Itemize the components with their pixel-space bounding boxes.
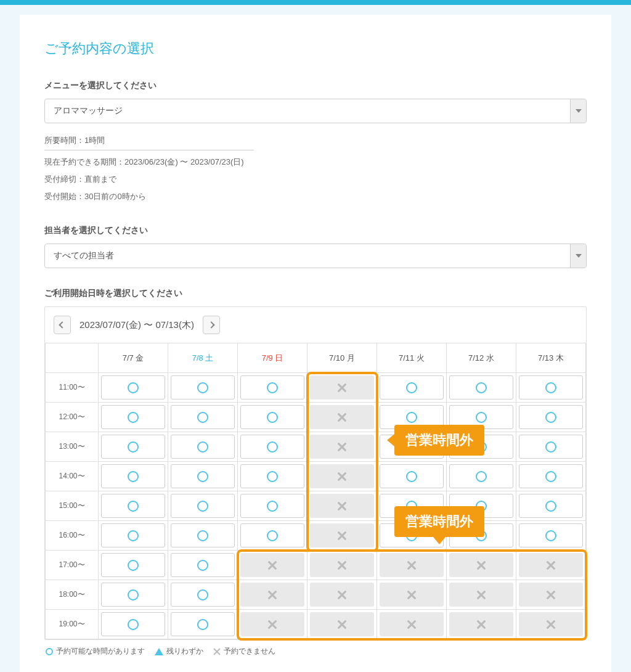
day-header: 7/9 日 (238, 343, 307, 373)
slot-available[interactable] (99, 403, 168, 432)
slot-available[interactable] (99, 491, 168, 521)
slot-available[interactable] (516, 373, 586, 403)
slot-available[interactable] (516, 403, 586, 432)
x-icon (546, 560, 556, 570)
circle-icon (476, 412, 487, 423)
slot-available[interactable] (168, 580, 238, 610)
legend: 予約可能な時間があります 残りわずか 予約できません (44, 640, 587, 657)
slot-unavailable (447, 580, 516, 610)
slot-available[interactable] (99, 610, 168, 639)
slot-available[interactable] (238, 432, 307, 462)
slot-available[interactable] (99, 462, 168, 491)
slot-available[interactable] (168, 521, 238, 551)
circle-icon (128, 560, 139, 571)
slot-available[interactable] (168, 403, 238, 432)
meta-period: 現在予約できる期間：2023/06/23(金) 〜 2023/07/23(日) (44, 154, 587, 171)
slot-available[interactable] (99, 551, 168, 580)
slot-available[interactable] (99, 432, 168, 462)
slot-unavailable (307, 580, 377, 610)
callout-column: 営業時間外 (394, 425, 484, 456)
time-row-label: 15:00〜 (46, 491, 99, 521)
time-row-label: 12:00〜 (46, 403, 99, 432)
slot-available[interactable] (238, 373, 307, 403)
meta-deadline: 受付締切：直前まで (44, 171, 587, 188)
slot-unavailable (516, 610, 586, 639)
x-icon (476, 560, 486, 570)
topbar (0, 0, 631, 5)
slot-unavailable (516, 551, 586, 580)
legend-few: 残りわずか (155, 646, 203, 657)
slot-available[interactable] (516, 462, 586, 491)
slot-available[interactable] (516, 432, 586, 462)
slot-available[interactable] (238, 491, 307, 521)
datetime-section: ご利用開始日時を選択してください 2023/07/07(金) 〜 07/13(木… (44, 288, 587, 657)
x-icon (407, 590, 417, 600)
slot-available[interactable] (238, 462, 307, 491)
chevron-right-icon (208, 321, 214, 328)
day-header: 7/13 木 (516, 343, 586, 373)
slot-unavailable (447, 551, 516, 580)
slot-unavailable (377, 551, 447, 580)
circle-icon (128, 471, 139, 482)
circle-icon (545, 501, 556, 512)
circle-icon (267, 501, 278, 512)
chevron-left-icon (59, 321, 65, 328)
day-header: 7/10 月 (307, 343, 377, 373)
next-week-button[interactable] (203, 316, 220, 334)
slot-available[interactable] (168, 491, 238, 521)
slot-unavailable (307, 551, 377, 580)
chevron-down-icon (576, 254, 582, 258)
x-icon (337, 560, 347, 570)
circle-icon (197, 412, 208, 423)
slot-available[interactable] (99, 373, 168, 403)
circle-icon (197, 501, 208, 512)
slot-available[interactable] (168, 432, 238, 462)
circle-icon (128, 530, 139, 541)
slot-available[interactable] (377, 373, 447, 403)
slot-available[interactable] (99, 580, 168, 610)
slot-available[interactable] (238, 403, 307, 432)
circle-icon (406, 412, 417, 423)
x-icon (337, 620, 347, 629)
slot-available[interactable] (168, 551, 238, 580)
circle-icon (545, 441, 556, 453)
slot-unavailable (307, 610, 377, 639)
meta-duration: 所要時間：1時間 (44, 135, 254, 150)
slot-available[interactable] (516, 491, 586, 521)
slot-unavailable (238, 551, 307, 580)
slot-available[interactable] (99, 521, 168, 551)
x-icon (546, 620, 556, 629)
circle-icon (197, 619, 208, 630)
slot-unavailable (307, 462, 377, 491)
circle-icon (197, 441, 208, 453)
slot-available[interactable] (168, 462, 238, 491)
calendar: 2023/07/07(金) 〜 07/13(木) 7/7 金7/8 土7/9 日… (44, 306, 587, 640)
triangle-icon (155, 648, 163, 655)
circle-icon (267, 530, 278, 541)
slot-available[interactable] (447, 373, 516, 403)
x-icon (337, 472, 347, 481)
circle-icon (267, 382, 278, 393)
dropdown-caret (570, 244, 586, 268)
calendar-wrapper: 2023/07/07(金) 〜 07/13(木) 7/7 金7/8 土7/9 日… (44, 306, 587, 640)
staff-select[interactable]: すべての担当者 (44, 244, 587, 268)
x-icon (213, 648, 221, 655)
x-icon (407, 560, 417, 570)
staff-section: 担当者を選択してください すべての担当者 (44, 225, 587, 268)
slot-available[interactable] (238, 521, 307, 551)
x-icon (267, 590, 277, 600)
circle-icon (267, 471, 278, 482)
page-container: ご予約内容の選択 メニューを選択してください アロママッサージ 所要時間：1時間… (20, 15, 611, 672)
slot-available[interactable] (447, 462, 516, 491)
slot-available[interactable] (168, 610, 238, 639)
circle-icon (545, 471, 556, 482)
prev-week-button[interactable] (54, 316, 71, 334)
menu-select[interactable]: アロママッサージ (44, 99, 587, 123)
circle-icon (476, 471, 487, 482)
slot-available[interactable] (516, 521, 586, 551)
legend-unavailable: 予約できません (213, 646, 275, 657)
slot-available[interactable] (168, 373, 238, 403)
circle-icon (545, 530, 556, 541)
day-header: 7/8 土 (168, 343, 238, 373)
slot-available[interactable] (377, 462, 447, 491)
